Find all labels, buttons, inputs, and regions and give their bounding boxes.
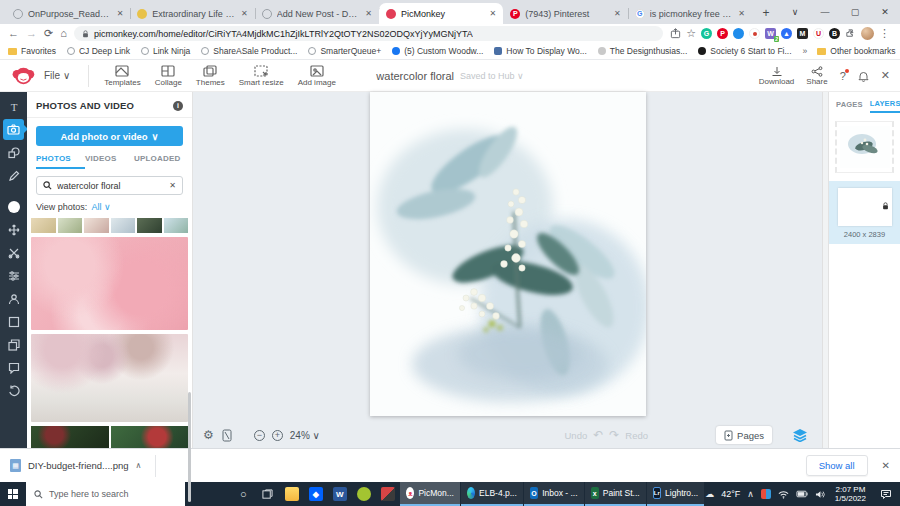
photo-search-input[interactable]: watercolor floral ✕ [36,176,183,195]
canvas-image-watercolor-floral[interactable] [370,92,646,416]
close-window-button[interactable]: ✕ [870,0,900,24]
tab-close-icon[interactable]: ✕ [365,9,372,18]
milanote-extension-icon[interactable]: M [797,28,808,39]
start-button[interactable] [0,482,26,506]
weather-cloud-icon[interactable]: ☁ [705,489,714,499]
speaker-icon[interactable] [815,490,825,499]
forward-icon[interactable]: → [26,28,37,39]
redo-icon[interactable]: ↷ [609,428,619,442]
profile-avatar[interactable] [861,27,874,40]
tab-videos[interactable]: VIDEOS [85,154,134,169]
zoom-in-icon[interactable]: + [272,430,283,441]
zoom-out-icon[interactable]: − [254,430,265,441]
mirror-preview-icon[interactable] [222,429,232,442]
file-explorer-icon[interactable] [280,482,304,506]
home-icon[interactable]: ⌂ [60,28,67,39]
blue-extension-icon[interactable] [733,28,744,39]
taskbar-search[interactable]: Type here to search [26,482,185,506]
show-all-downloads-button[interactable]: Show all [806,455,868,476]
tab-close-icon[interactable]: ✕ [241,9,248,18]
tab-add-new-post[interactable]: Add New Post - Designed ✕ [255,3,379,24]
download-menu-chevron-icon[interactable]: ∧ [136,461,142,470]
address-bar[interactable]: picmonkey.com/home/editor/CiRiYTA4MjdkMC… [74,26,663,41]
taskbar-app-excel[interactable]: x Paint St... [585,482,646,506]
tab-layers[interactable]: LAYERS [870,99,900,113]
tab-photos[interactable]: PHOTOS [36,154,85,169]
grammarly-extension-icon[interactable]: G [701,28,712,39]
pages-button[interactable]: Pages [716,426,772,444]
tab-extraordinary[interactable]: Extraordinary Life Blueprint ✕ [130,3,254,24]
new-tab-button[interactable]: + [756,3,776,23]
wordtune-extension-icon[interactable]: W2 [765,28,776,39]
tab-close-icon[interactable]: ✕ [614,9,621,18]
maximize-button[interactable]: ▢ [840,0,870,24]
download-button[interactable]: Download [759,66,795,86]
templates-button[interactable]: Templates [97,65,147,87]
redo-label[interactable]: Redo [625,430,648,441]
picmonkey-logo[interactable] [10,64,36,88]
eraser-cutout-tool[interactable] [3,242,24,263]
frame-tool[interactable] [3,311,24,332]
tab-close-icon[interactable]: ✕ [490,9,497,18]
bookmark-cj-deep-link[interactable]: CJ Deep Link [67,46,130,56]
share-icon[interactable] [670,28,681,39]
bookmark-smarterqueue[interactable]: SmarterQueue+ [308,46,381,56]
draw-tool[interactable] [3,165,24,186]
task-view-icon[interactable] [255,482,279,506]
bookmark-how-to-display[interactable]: How To Display Wo... [494,46,586,56]
action-center-icon[interactable] [876,489,896,500]
collage-button[interactable]: Collage [148,65,189,87]
saved-status[interactable]: Saved to Hub ∨ [460,71,524,81]
battery-icon[interactable] [796,490,808,498]
undo-label[interactable]: Undo [565,430,588,441]
adjust-sliders-tool[interactable] [3,265,24,286]
comments-tool[interactable] [3,357,24,378]
photo-thumbnail-row[interactable] [31,218,188,233]
canvas-area[interactable]: ⚙ − + 24% ∨ Undo ↶ ↷ Redo Pages [193,92,822,448]
bookmarks-overflow-icon[interactable]: » [803,46,808,56]
ubersuggest-extension-icon[interactable]: U [813,28,824,39]
info-icon[interactable]: i [173,101,183,111]
smart-resize-button[interactable]: Smart resize [232,65,291,87]
pinterest-extension-icon[interactable]: P [717,28,728,39]
tab-google-search[interactable]: G is picmonkey free - Googl ✕ [628,3,752,24]
layer-item-floral-graphic[interactable] [835,121,894,173]
taskbar-app-picmonkey[interactable]: ᴥ PicMon... [400,482,460,506]
close-downloads-bar-icon[interactable]: ✕ [882,460,890,471]
chrome-menu-icon[interactable]: ⋮ [879,28,890,39]
tab-onpurpose[interactable]: OnPurpose_ReadersGuide ✕ [6,3,130,24]
zoom-level[interactable]: 24% ∨ [290,430,320,441]
themes-button[interactable]: Themes [189,65,232,87]
tab-close-icon[interactable]: ✕ [738,9,745,18]
bookmark-society6[interactable]: Society 6 Start to Fi... [698,46,791,56]
green-app-icon[interactable] [352,482,376,506]
word-icon[interactable]: W [328,482,352,506]
add-photo-or-video-button[interactable]: Add photo or video ∨ [36,126,183,146]
photos-app-icon[interactable] [376,482,400,506]
temperature[interactable]: 42°F [721,489,740,499]
clear-search-icon[interactable]: ✕ [169,181,176,190]
back-icon[interactable]: ← [8,28,19,39]
notifications-bell-icon[interactable] [858,70,869,82]
photos-tool[interactable] [3,119,24,140]
share-button[interactable]: Share [806,66,827,86]
bookmark-custom-woodw[interactable]: (5) Custom Woodw... [392,46,483,56]
minimize-button[interactable]: — [810,0,840,24]
color-swatch[interactable] [3,196,24,217]
tab-close-icon[interactable]: ✕ [117,9,124,18]
bookmark-link-ninja[interactable]: Link Ninja [141,46,190,56]
photo-thumbnail-pink-roses[interactable] [31,237,188,330]
bookmark-designthusiasm[interactable]: The Designthusias... [598,46,687,56]
tab-uploaded[interactable]: UPLOADED [134,154,183,169]
taskbar-app-edge[interactable]: ELB-4.p... [461,482,523,506]
bookmark-shareasale[interactable]: ShareASale Product... [201,46,297,56]
cortana-icon[interactable]: ○ [231,482,255,506]
document-title[interactable]: watercolor floral [376,70,454,82]
file-menu[interactable]: File ∨ [44,70,70,81]
bookmark-favorites[interactable]: Favorites [8,46,56,56]
view-photos-filter[interactable]: All ∨ [91,202,110,212]
undo-icon[interactable]: ↶ [593,428,603,442]
help-icon[interactable]: ? [840,70,846,82]
close-editor-icon[interactable]: ✕ [881,69,890,82]
layers-panel-icon[interactable] [792,428,808,442]
